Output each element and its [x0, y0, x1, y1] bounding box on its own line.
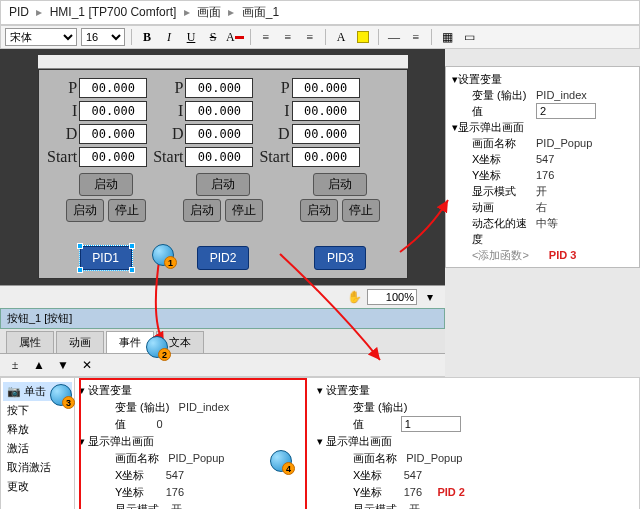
start-button-1[interactable]: 启动: [66, 199, 104, 222]
breadcrumb: PID ▸ HMI_1 [TP700 Comfort] ▸ 画面 ▸ 画面_1: [0, 0, 640, 25]
zoom-input[interactable]: [367, 289, 417, 305]
events-toolbar: ± ▲ ▼ ✕: [0, 354, 445, 377]
label-p: P: [68, 78, 77, 98]
label-start: Start: [47, 147, 77, 167]
text-color-a-button[interactable]: A: [332, 28, 350, 46]
event-activate[interactable]: 激活: [3, 439, 72, 458]
strike-button[interactable]: S: [204, 28, 222, 46]
bc-group[interactable]: 画面: [197, 5, 221, 19]
event-list: 📷 单击 按下 释放 激活 取消激活 更改: [1, 378, 75, 509]
property-tabs: 属性 动画 事件 文本: [0, 329, 445, 354]
event-press[interactable]: 按下: [3, 401, 72, 420]
tab-properties[interactable]: 属性: [6, 331, 54, 353]
fn-show-popup[interactable]: 显示弹出画面: [79, 433, 309, 450]
pid3-button[interactable]: PID3: [314, 246, 366, 270]
p-value-field[interactable]: 00.000: [292, 78, 360, 98]
start-value-field[interactable]: 00.000: [292, 147, 360, 167]
group-button[interactable]: ▭: [460, 28, 478, 46]
align-right-button[interactable]: ≡: [301, 28, 319, 46]
i-value-field[interactable]: 00.000: [292, 101, 360, 121]
font-family-select[interactable]: 宋体: [5, 28, 77, 46]
chevron-right-icon: ▸: [184, 5, 190, 19]
tab-events[interactable]: 事件: [106, 331, 154, 353]
event-release[interactable]: 释放: [3, 420, 72, 439]
move-down-button[interactable]: ▼: [54, 356, 72, 374]
value-input-pid3[interactable]: [536, 103, 596, 119]
underline-button[interactable]: U: [182, 28, 200, 46]
chevron-right-icon: ▸: [228, 5, 234, 19]
run-button-2[interactable]: 启动: [196, 173, 250, 196]
italic-button[interactable]: I: [160, 28, 178, 46]
start-value-field[interactable]: 00.000: [185, 147, 253, 167]
pid2-button[interactable]: PID2: [197, 246, 249, 270]
format-toolbar: 宋体 16 B I U S A ≡ ≡ ≡ A — ≡ ▦ ▭: [0, 25, 640, 49]
start-button-3[interactable]: 启动: [300, 199, 338, 222]
line-style-button[interactable]: —: [385, 28, 403, 46]
function-list-pid1[interactable]: 设置变量 变量 (输出) PID_index 值 0 显示弹出画面 画面名称 P…: [79, 382, 309, 509]
line-weight-button[interactable]: ≡: [407, 28, 425, 46]
start-value-field[interactable]: 00.000: [79, 147, 147, 167]
font-color-button[interactable]: A: [226, 28, 244, 46]
align-left-button[interactable]: ≡: [257, 28, 275, 46]
pid3-tag: PID 3: [549, 247, 577, 263]
label-d: D: [66, 124, 78, 144]
zoom-bar: ✋ ▾: [0, 285, 445, 308]
grid-button[interactable]: ▦: [438, 28, 456, 46]
event-deactivate[interactable]: 取消激活: [3, 458, 72, 477]
bc-device[interactable]: HMI_1 [TP700 Comfort]: [50, 5, 177, 19]
pid2-tag: PID 2: [437, 486, 465, 498]
d-value-field[interactable]: 00.000: [185, 124, 253, 144]
bc-screen[interactable]: 画面_1: [242, 5, 279, 19]
d-value-field[interactable]: 00.000: [292, 124, 360, 144]
p-value-field[interactable]: 00.000: [185, 78, 253, 98]
function-list-pid2[interactable]: 设置变量 变量 (输出) 值 显示弹出画面 画面名称 PID_Popup X坐标…: [317, 382, 557, 509]
align-center-button[interactable]: ≡: [279, 28, 297, 46]
d-value-field[interactable]: 00.000: [79, 124, 147, 144]
screen-editor: P I D Start 00.000 00.000 00.000 00.000 …: [0, 49, 445, 285]
function-list-pid3[interactable]: ▾ 设置变量 变量 (输出)PID_index 值 ▾ 显示弹出画面 画面名称P…: [445, 66, 640, 268]
i-value-field[interactable]: 00.000: [79, 101, 147, 121]
chevron-right-icon: ▸: [36, 5, 42, 19]
move-up-button[interactable]: ▲: [30, 356, 48, 374]
pid1-button[interactable]: PID1: [80, 246, 132, 270]
font-size-select[interactable]: 16: [81, 28, 125, 46]
event-click[interactable]: 📷 单击: [3, 382, 72, 401]
start-button-2[interactable]: 启动: [183, 199, 221, 222]
delete-function-button[interactable]: ✕: [78, 356, 96, 374]
tab-animation[interactable]: 动画: [56, 331, 104, 353]
hmi-canvas[interactable]: P I D Start 00.000 00.000 00.000 00.000 …: [38, 69, 408, 279]
hand-tool-button[interactable]: ✋: [345, 288, 363, 306]
p-value-field[interactable]: 00.000: [79, 78, 147, 98]
fill-color-button[interactable]: [354, 28, 372, 46]
stop-button-1[interactable]: 停止: [108, 199, 146, 222]
selected-object-title: 按钮_1 [按钮]: [0, 308, 445, 329]
value-input-pid2[interactable]: [401, 416, 461, 432]
bold-button[interactable]: B: [138, 28, 156, 46]
label-i: I: [72, 101, 77, 121]
bc-root[interactable]: PID: [9, 5, 29, 19]
stop-button-2[interactable]: 停止: [225, 199, 263, 222]
fn-set-variable[interactable]: 设置变量: [79, 382, 309, 399]
tab-text[interactable]: 文本: [156, 331, 204, 353]
stop-button-3[interactable]: 停止: [342, 199, 380, 222]
i-value-field[interactable]: 00.000: [185, 101, 253, 121]
run-button-3[interactable]: 启动: [313, 173, 367, 196]
add-function-button[interactable]: ±: [6, 356, 24, 374]
zoom-dropdown-button[interactable]: ▾: [421, 288, 439, 306]
event-change[interactable]: 更改: [3, 477, 72, 496]
run-button-1[interactable]: 启动: [79, 173, 133, 196]
ruler-horizontal: [38, 55, 408, 69]
